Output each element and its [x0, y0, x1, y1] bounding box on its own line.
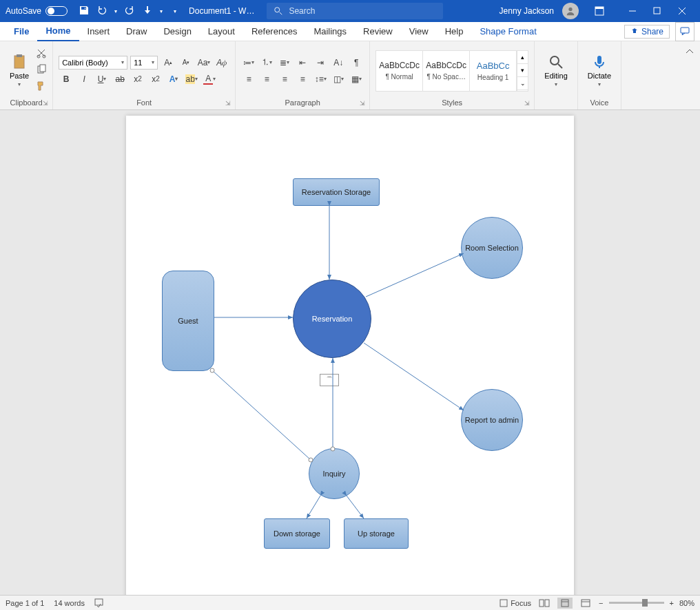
page-indicator[interactable]: Page 1 of 1: [6, 599, 44, 607]
styles-gallery[interactable]: AaBbCcDc¶ Normal AaBbCcDc¶ No Spac… AaBb…: [375, 50, 528, 92]
font-name-select[interactable]: Calibri (Body)▾: [59, 56, 127, 70]
zoom-slider[interactable]: [609, 602, 664, 604]
touch-mode-icon[interactable]: [142, 5, 153, 18]
search-box[interactable]: Search: [267, 3, 443, 19]
tab-file[interactable]: File: [6, 22, 37, 41]
subscript-button[interactable]: x2: [130, 72, 145, 86]
align-left-icon[interactable]: ≡: [241, 72, 256, 86]
change-case-icon[interactable]: Aa▾: [196, 56, 212, 70]
spellcheck-icon[interactable]: [94, 598, 105, 609]
dictate-button[interactable]: Dictate▾: [584, 51, 615, 90]
zoom-out-icon[interactable]: −: [599, 599, 603, 607]
chevron-down-icon[interactable]: ▾: [517, 64, 528, 77]
increase-indent-icon[interactable]: ⇥: [313, 56, 328, 70]
tab-mailings[interactable]: Mailings: [305, 22, 355, 41]
line-spacing-icon[interactable]: ↕≡▾: [313, 72, 328, 86]
tab-references[interactable]: References: [243, 22, 305, 41]
comments-button[interactable]: [675, 22, 694, 41]
chevron-down-icon[interactable]: ▾: [160, 8, 163, 14]
shape-reservation-storage[interactable]: Reservation Storage: [293, 178, 380, 206]
style-no-spacing[interactable]: AaBbCcDc¶ No Spac…: [423, 51, 470, 91]
autosave-toggle[interactable]: AutoSave: [0, 6, 73, 16]
decrease-font-icon[interactable]: A▾: [178, 56, 194, 70]
tab-help[interactable]: Help: [437, 22, 472, 41]
tab-view[interactable]: View: [401, 22, 437, 41]
zoom-level[interactable]: 80%: [679, 599, 694, 607]
tab-insert[interactable]: Insert: [79, 22, 119, 41]
layout-options-icon[interactable]: ⌒: [320, 374, 339, 386]
document-area[interactable]: Reservation Storage Guest Reservation Ro…: [0, 110, 700, 595]
save-icon[interactable]: [79, 5, 90, 18]
redo-icon[interactable]: [124, 5, 135, 18]
chevron-down-icon: ▾: [152, 59, 154, 65]
font-color-icon[interactable]: A▾: [202, 72, 217, 86]
more-icon[interactable]: ⌄: [517, 77, 528, 90]
shape-guest[interactable]: Guest: [162, 271, 214, 371]
sort-icon[interactable]: A↓: [331, 56, 346, 70]
bullets-icon[interactable]: ≔▾: [241, 56, 256, 70]
web-layout-icon[interactable]: [578, 598, 593, 609]
show-marks-icon[interactable]: ¶: [349, 56, 364, 70]
style-heading1[interactable]: AaBbCcHeading 1: [470, 51, 517, 91]
style-normal[interactable]: AaBbCcDc¶ Normal: [376, 51, 423, 91]
paste-button[interactable]: Paste ▾: [6, 51, 33, 90]
print-layout-icon[interactable]: [557, 598, 573, 609]
bold-button[interactable]: B: [59, 72, 74, 86]
text-effects-icon[interactable]: A▾: [166, 72, 181, 86]
highlight-icon[interactable]: ab▾: [184, 72, 199, 86]
tab-review[interactable]: Review: [355, 22, 401, 41]
gallery-scroll[interactable]: ▴▾⌄: [517, 51, 528, 91]
editing-button[interactable]: Editing▾: [540, 51, 572, 90]
borders-icon[interactable]: ▦▾: [349, 72, 364, 86]
strikethrough-button[interactable]: ab: [112, 72, 127, 86]
underline-button[interactable]: U▾: [94, 72, 110, 86]
ribbon-display-icon[interactable]: [587, 0, 612, 22]
cut-icon[interactable]: [36, 48, 47, 61]
focus-mode[interactable]: Focus: [500, 599, 531, 607]
minimize-button[interactable]: [620, 0, 645, 22]
svg-line-17: [558, 64, 562, 68]
shading-icon[interactable]: ◫▾: [331, 72, 346, 86]
shape-up-storage[interactable]: Up storage: [344, 518, 409, 549]
share-button[interactable]: Share: [624, 25, 670, 39]
collapse-ribbon-icon[interactable]: [679, 41, 700, 109]
align-right-icon[interactable]: ≡: [277, 72, 292, 86]
italic-button[interactable]: I: [76, 72, 92, 86]
increase-font-icon[interactable]: A▴: [161, 56, 176, 70]
font-size-select[interactable]: 11▾: [130, 56, 158, 70]
chevron-up-icon[interactable]: ▴: [517, 51, 528, 64]
align-center-icon[interactable]: ≡: [259, 72, 274, 86]
justify-icon[interactable]: ≡: [295, 72, 310, 86]
clipboard-icon: [11, 54, 28, 70]
multilevel-icon[interactable]: ≣▾: [277, 56, 292, 70]
decrease-indent-icon[interactable]: ⇤: [295, 56, 310, 70]
tab-design[interactable]: Design: [155, 22, 199, 41]
user-avatar[interactable]: [562, 3, 579, 19]
toggle-off-icon[interactable]: [45, 6, 68, 16]
read-mode-icon[interactable]: [537, 598, 552, 609]
word-count[interactable]: 14 words: [54, 599, 85, 607]
chevron-down-icon[interactable]: ▾: [114, 8, 117, 14]
customize-qat-icon[interactable]: ▾: [174, 8, 176, 14]
format-painter-icon[interactable]: [36, 81, 47, 94]
tab-layout[interactable]: Layout: [200, 22, 243, 41]
clear-format-icon[interactable]: A𝜙: [214, 56, 229, 70]
maximize-button[interactable]: [645, 0, 670, 22]
superscript-button[interactable]: x2: [148, 72, 163, 86]
numbering-icon[interactable]: ⒈▾: [259, 56, 274, 70]
copy-icon[interactable]: [36, 64, 47, 78]
shape-report[interactable]: Report to admin: [461, 389, 523, 451]
svg-line-29: [347, 496, 364, 518]
shape-down-storage[interactable]: Down storage: [264, 518, 330, 549]
tab-draw[interactable]: Draw: [118, 22, 155, 41]
tab-home[interactable]: Home: [37, 22, 79, 41]
user-area: Jenny Jackson: [500, 0, 700, 22]
shape-room-selection[interactable]: Room Selection: [461, 217, 523, 279]
shape-inquiry[interactable]: Inquiry: [309, 448, 360, 499]
undo-icon[interactable]: [96, 5, 107, 18]
zoom-in-icon[interactable]: +: [670, 599, 674, 607]
shape-reservation[interactable]: Reservation: [293, 280, 371, 358]
svg-line-1: [280, 12, 282, 15]
tab-shape-format[interactable]: Shape Format: [471, 22, 544, 41]
close-button[interactable]: [670, 0, 694, 22]
